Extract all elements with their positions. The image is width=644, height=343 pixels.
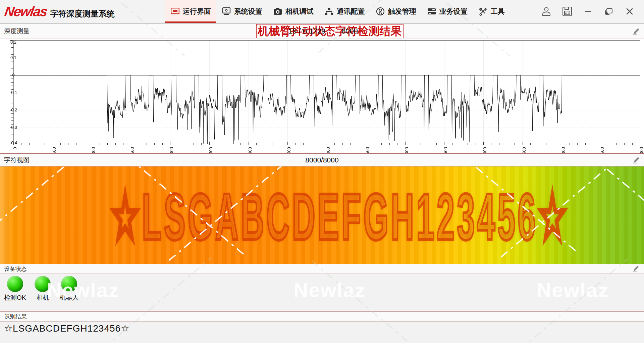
newlaz-watermark: Newlaz — [293, 279, 366, 302]
network-icon — [324, 7, 334, 16]
edit-pencil-icon[interactable] — [633, 28, 640, 35]
restore-icon[interactable] — [603, 6, 614, 17]
device-status-panel: 检测OK 相机 机器人 Newlaz Newlaz Newlaz — [0, 274, 644, 311]
depth-total-value: 8000 — [341, 27, 358, 36]
tab-trigger-manage[interactable]: 触发管理 — [370, 0, 422, 23]
status-lamp-green — [61, 276, 77, 292]
tab-label: 相机调试 — [285, 7, 314, 16]
tab-label: 触发管理 — [388, 7, 416, 16]
camera-icon — [273, 7, 282, 16]
newlas-logo: Newlas — [4, 5, 48, 18]
app-title: 字符深度测量系统 — [50, 4, 115, 19]
tab-label: 运行界面 — [183, 7, 211, 16]
status-lamp-green — [7, 276, 23, 292]
status-lamp-green — [35, 276, 51, 292]
tab-label: 业务设置 — [439, 7, 468, 16]
brand: Newlas 字符深度测量系统 — [0, 0, 115, 23]
save-all-icon[interactable]: ALL — [561, 6, 573, 17]
indicator-label: 检测OK — [4, 293, 26, 302]
user-icon[interactable] — [541, 6, 552, 17]
charview-progress: 8000/8000 — [0, 156, 644, 164]
minimize-icon[interactable] — [582, 6, 594, 17]
character-heatmap-view[interactable]: ☆LSGABCDEFGH123456☆ — [0, 166, 644, 264]
monitor-icon — [170, 7, 180, 16]
server-icon — [427, 7, 436, 16]
indicator-label: 机器人 — [59, 293, 78, 302]
result-section-header: 识别结果 — [0, 311, 644, 322]
depth-chart[interactable] — [0, 39, 644, 153]
newlaz-watermark: Newlaz — [47, 279, 119, 302]
watermark-dash-line — [0, 166, 83, 251]
tab-label: 工具 — [491, 7, 505, 16]
depth-values: 19 / 0.1729 8000 — [288, 23, 358, 39]
top-bar: Newlas 字符深度测量系统 运行界面 系统设置 相机调试 — [0, 0, 644, 23]
save-all-text: ALL — [565, 12, 570, 15]
depth-count-value: 19 / 0.1729 — [288, 27, 325, 36]
edit-pencil-icon[interactable] — [633, 265, 640, 273]
device-section-title: 设备状态 — [4, 265, 27, 273]
edit-pencil-icon[interactable] — [633, 156, 640, 164]
window-controls: ALL — [541, 0, 644, 23]
indicator-robot: 机器人 — [59, 276, 78, 302]
system-settings-icon — [222, 7, 231, 16]
trigger-icon — [376, 7, 385, 16]
engraved-characters: ☆LSGABCDEFGH123456☆ — [111, 179, 569, 256]
device-section-header: 设备状态 — [0, 264, 644, 274]
tab-run-screen[interactable]: 运行界面 — [165, 0, 216, 23]
tab-tools[interactable]: 工具 — [473, 0, 510, 23]
app-window: Newlas 字符深度测量系统 运行界面 系统设置 相机调试 — [0, 0, 644, 343]
tab-label: 系统设置 — [234, 7, 262, 16]
tab-camera-debug[interactable]: 相机调试 — [268, 0, 319, 23]
tab-business-settings[interactable]: 业务设置 — [422, 0, 473, 23]
result-panel: ☆LSGABCDEFGH123456☆ — [0, 322, 644, 343]
watermark-dash-line — [591, 166, 644, 239]
tab-comm-config[interactable]: 通讯配置 — [319, 0, 370, 23]
result-section-title: 识别结果 — [4, 313, 27, 321]
charview-section-header: 字符视图 8000/8000 — [0, 153, 644, 166]
tab-system-settings[interactable]: 系统设置 — [216, 0, 268, 23]
indicator-detect-ok: 检测OK — [4, 276, 26, 302]
depth-section-header: 深度测量 19 / 0.1729 8000 机械臂抖动状态字符检测结果 — [0, 23, 644, 39]
recognition-result-text: ☆LSGABCDEFGH123456☆ — [4, 323, 640, 334]
depth-chart-panel — [0, 39, 644, 153]
tools-icon — [478, 7, 488, 16]
newlaz-watermark: Newlaz — [537, 279, 609, 302]
depth-section-title: 深度测量 — [4, 27, 30, 36]
close-icon[interactable] — [624, 6, 635, 17]
indicator-label: 相机 — [36, 293, 49, 302]
tab-label: 通讯配置 — [337, 7, 365, 16]
main-nav: 运行界面 系统设置 相机调试 通讯配置 — [165, 0, 510, 23]
charview-section-title: 字符视图 — [4, 156, 30, 164]
indicator-camera: 相机 — [35, 276, 51, 302]
